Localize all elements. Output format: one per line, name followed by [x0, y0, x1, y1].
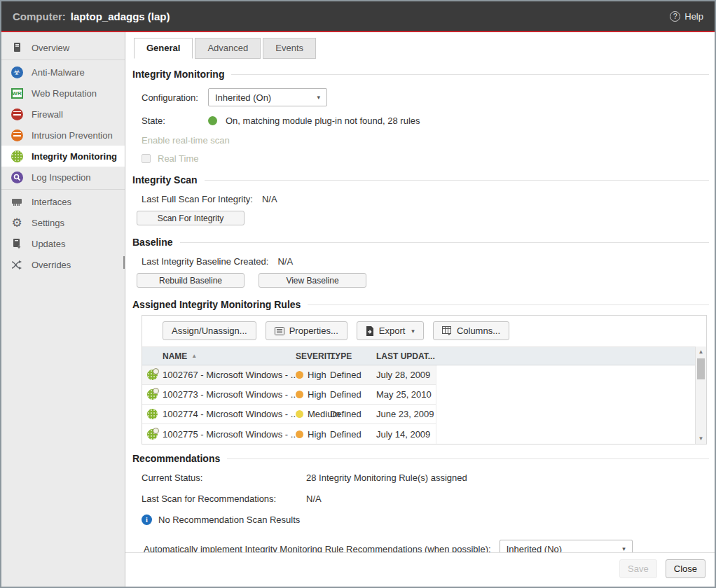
rules-table: NAME ▲ SEVERIT... TYPE LAST UPDAT... 100… [142, 346, 706, 444]
tab-events[interactable]: Events [263, 38, 316, 59]
integrity-rule-icon [147, 370, 158, 380]
rule-row[interactable]: 1002775 - Microsoft Windows - ... High D… [142, 424, 436, 444]
section-rule [231, 74, 709, 75]
assigned-rules-panel: Assign/Unassign... Properties... Export … [142, 315, 707, 444]
chevron-down-icon: ▾ [317, 94, 320, 101]
rules-table-scrollbar[interactable]: ▲ ▼ [695, 346, 706, 444]
sidebar-item-integrity-monitoring[interactable]: Integrity Monitoring [1, 146, 125, 167]
rebuild-baseline-button[interactable]: Rebuild Baseline [137, 273, 245, 288]
column-header-name[interactable]: NAME ▲ [163, 351, 296, 361]
rules-table-header: NAME ▲ SEVERIT... TYPE LAST UPDAT... [142, 346, 695, 365]
rule-severity: High [308, 370, 326, 380]
help-button[interactable]: ? Help [670, 11, 703, 22]
rule-type: Defined [330, 429, 376, 440]
export-button[interactable]: Export ▾ [357, 321, 424, 340]
integrity-monitoring-section-header: Integrity Monitoring [132, 69, 709, 80]
sidebar-item-label: Updates [32, 239, 65, 249]
column-header-last-updated[interactable]: LAST UPDAT... [376, 351, 435, 361]
rule-type: Defined [330, 409, 376, 419]
scrollbar-thumb[interactable] [697, 358, 705, 379]
scroll-up-icon[interactable]: ▲ [698, 349, 704, 355]
columns-button[interactable]: Columns... [433, 321, 509, 340]
configuration-label: Configuration: [142, 92, 208, 103]
sidebar-item-web-reputation[interactable]: WR Web Reputation [1, 83, 125, 104]
rules-toolbar: Assign/Unassign... Properties... Export … [142, 316, 706, 346]
auto-implement-select[interactable]: Inherited (No) ▾ [500, 540, 633, 552]
column-header-severity[interactable]: SEVERIT... [296, 351, 330, 361]
view-baseline-button[interactable]: View Baseline [259, 273, 366, 288]
rule-row[interactable]: 1002773 - Microsoft Windows - ... High D… [142, 385, 436, 405]
chevron-down-icon: ▾ [411, 328, 415, 335]
sidebar-item-intrusion-prevention[interactable]: Intrusion Prevention [1, 125, 125, 146]
export-icon [366, 326, 374, 336]
columns-icon [442, 326, 452, 335]
rule-name: 1002775 - Microsoft Windows - ... [163, 429, 296, 440]
real-time-checkbox[interactable] [142, 154, 151, 163]
last-full-scan-value: N/A [262, 194, 277, 204]
save-button[interactable]: Save [619, 559, 657, 578]
section-title: Integrity Monitoring [132, 69, 224, 80]
intrusion-prevention-icon [11, 129, 23, 141]
configuration-select[interactable]: Inherited (On) ▾ [208, 88, 327, 106]
sidebar-item-overrides[interactable]: Overrides [1, 254, 125, 275]
sidebar-item-log-inspection[interactable]: Log Inspection [1, 167, 125, 188]
sidebar-item-interfaces[interactable]: Interfaces [1, 191, 125, 212]
integrity-scan-section-header: Integrity Scan [132, 174, 709, 186]
tab-bar: General Advanced Events [125, 32, 715, 59]
enable-realtime-scan-label: Enable real-time scan [142, 135, 230, 146]
assign-unassign-button[interactable]: Assign/Unassign... [163, 321, 256, 340]
section-rule [205, 180, 709, 181]
anti-malware-icon: ☣ [11, 66, 23, 78]
section-title: Baseline [132, 237, 173, 248]
sidebar-item-label: Settings [32, 218, 64, 228]
sidebar-item-firewall[interactable]: Firewall [1, 104, 125, 125]
rule-type: Defined [330, 389, 376, 400]
rule-name: 1002767 - Microsoft Windows - ... [163, 370, 296, 380]
configuration-value: Inherited (On) [215, 92, 271, 103]
settings-icon: ⚙ [11, 216, 23, 229]
current-status-value: 28 Integrity Monitoring Rule(s) assigned [306, 472, 467, 483]
current-status-label: Current Status: [142, 472, 306, 483]
auto-implement-label: Automatically implement Integrity Monito… [144, 544, 491, 553]
integrity-rule-icon [147, 429, 158, 440]
column-header-type[interactable]: TYPE [330, 351, 376, 361]
state-label: State: [142, 115, 208, 126]
integrity-rule-icon [147, 409, 158, 419]
sidebar-item-updates[interactable]: Updates [1, 233, 125, 254]
assigned-rules-section-header: Assigned Integrity Monitoring Rules [132, 299, 709, 310]
tab-advanced[interactable]: Advanced [195, 38, 261, 59]
scroll-down-icon[interactable]: ▼ [698, 435, 704, 442]
close-button[interactable]: Close [666, 559, 705, 578]
integrity-monitoring-icon [11, 150, 23, 162]
sidebar-resize-handle[interactable] [123, 256, 125, 269]
rule-last-updated: July 28, 2009 [376, 370, 435, 380]
properties-button[interactable]: Properties... [266, 321, 347, 340]
last-baseline-created-value: N/A [277, 256, 293, 267]
section-title: Integrity Scan [132, 174, 198, 186]
rule-severity: High [308, 429, 326, 440]
no-recommendation-results-text: No Recommendation Scan Results [158, 514, 300, 525]
scan-for-integrity-button[interactable]: Scan For Integrity [137, 211, 245, 225]
updates-icon [11, 237, 23, 250]
title-prefix: Computer: [13, 10, 66, 22]
tab-general[interactable]: General [134, 38, 193, 59]
real-time-label: Real Time [158, 153, 199, 164]
sidebar-item-overview[interactable]: Overview [1, 37, 125, 58]
rule-name: 1002774 - Microsoft Windows - ... [163, 409, 296, 419]
overview-icon [11, 41, 23, 54]
sidebar-item-label: Log Inspection [32, 172, 91, 183]
rule-row[interactable]: 1002767 - Microsoft Windows - ... High D… [142, 365, 436, 385]
interfaces-icon [11, 195, 23, 208]
severity-high-icon [296, 430, 303, 438]
sort-ascending-icon: ▲ [191, 353, 197, 359]
rule-row[interactable]: 1002774 - Microsoft Windows - ... Medium… [142, 405, 436, 424]
last-scan-recommendations-value: N/A [306, 493, 322, 504]
sidebar-item-label: Intrusion Prevention [32, 130, 113, 141]
main-panel: General Advanced Events Integrity Monito… [125, 32, 715, 587]
sidebar-item-settings[interactable]: ⚙ Settings [1, 212, 125, 233]
chevron-down-icon: ▾ [622, 545, 626, 552]
section-rule [227, 458, 709, 459]
severity-medium-icon [296, 410, 303, 418]
sidebar-item-anti-malware[interactable]: ☣ Anti-Malware [1, 62, 125, 83]
baseline-section-header: Baseline [132, 237, 709, 248]
